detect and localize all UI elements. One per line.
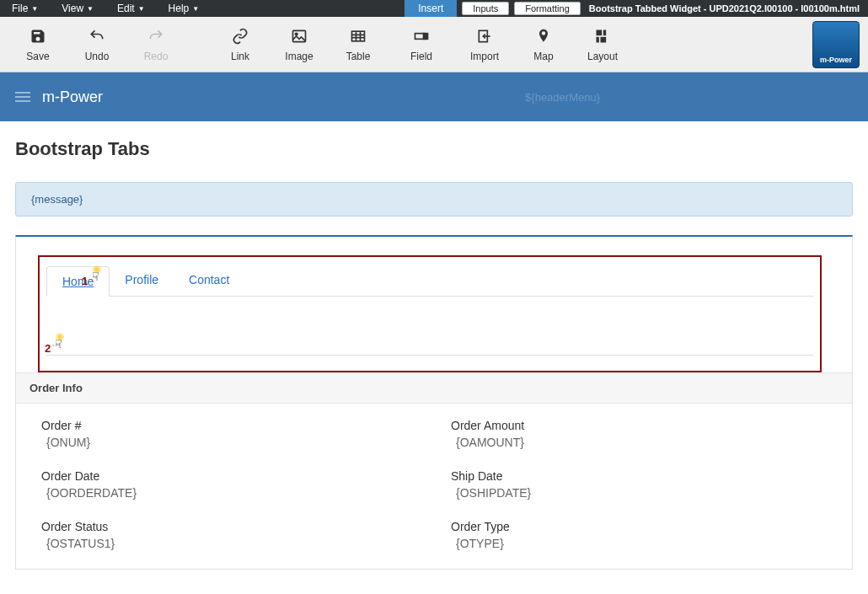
section-heading-order-info: Order Info	[16, 372, 852, 404]
tab-content-area[interactable]: ☟ 1 ... ☟ 2	[46, 297, 813, 356]
field-button[interactable]: Field	[388, 27, 455, 62]
page-title: Bootstrap Tabs	[15, 138, 853, 160]
map-button[interactable]: Map	[514, 27, 573, 62]
main-panel: Home Profile Contact ☟ 1 ... ☟ 2 Order I…	[15, 235, 853, 570]
svg-rect-11	[603, 29, 606, 35]
field-order-date: Order Date {OORDERDATE}	[41, 469, 417, 500]
mode-tab-insert[interactable]: Insert	[405, 0, 457, 17]
svg-point-1	[295, 33, 297, 35]
tab-profile[interactable]: Profile	[110, 265, 174, 296]
redo-button[interactable]: Redo	[126, 27, 185, 62]
tab-home[interactable]: Home	[46, 266, 110, 297]
svg-rect-10	[597, 29, 603, 35]
import-icon	[455, 27, 514, 51]
link-icon	[211, 27, 270, 51]
message-box: {message}	[15, 182, 853, 217]
page-content: Bootstrap Tabs {message} Home Profile Co…	[0, 121, 868, 570]
table-button[interactable]: Table	[329, 27, 388, 62]
table-icon	[329, 27, 388, 51]
chevron-down-icon: ▼	[138, 5, 145, 13]
top-menubar: File▼ View▼ Edit▼ Help▼ Insert Inputs Fo…	[0, 0, 868, 17]
svg-rect-12	[597, 36, 599, 42]
undo-button[interactable]: Undo	[67, 27, 126, 62]
tab-contact[interactable]: Contact	[174, 265, 244, 296]
file-title: Bootstrap Tabbed Widget - UPD2021Q2.I001…	[581, 3, 868, 13]
layout-icon	[573, 27, 632, 51]
menu-help[interactable]: Help▼	[157, 3, 212, 14]
chevron-down-icon: ▼	[87, 5, 94, 13]
menu-view[interactable]: View▼	[50, 3, 105, 14]
link-button[interactable]: Link	[211, 27, 270, 62]
svg-rect-8	[424, 33, 428, 39]
app-brand: m-Power	[42, 88, 103, 106]
app-header: m-Power ${headerMenu}	[0, 72, 868, 121]
menu-file[interactable]: File▼	[0, 3, 50, 14]
header-menu-placeholder: ${headerMenu}	[525, 91, 600, 104]
undo-icon	[67, 27, 126, 51]
order-info-grid: Order # {ONUM} Order Amount {OAMOUNT} Or…	[38, 419, 830, 550]
chevron-down-icon: ▼	[192, 5, 199, 13]
chevron-down-icon: ▼	[31, 5, 38, 13]
mode-button-inputs[interactable]: Inputs	[462, 2, 509, 15]
svg-rect-2	[352, 31, 365, 41]
mode-button-formatting[interactable]: Formatting	[514, 2, 581, 15]
save-button[interactable]: Save	[8, 27, 67, 62]
field-order-number: Order # {ONUM}	[41, 419, 417, 449]
toolbar: Save Undo Redo Link Image Table Field Im…	[0, 17, 868, 72]
field-ship-date: Ship Date {OSHIPDATE}	[451, 469, 827, 500]
image-button[interactable]: Image	[270, 27, 329, 62]
save-icon	[8, 27, 67, 51]
mpower-logo: m-Power	[812, 21, 860, 68]
redo-icon	[126, 27, 185, 51]
hamburger-icon[interactable]	[15, 92, 30, 102]
svg-rect-13	[601, 36, 607, 42]
tab-row: Home Profile Contact	[46, 265, 813, 297]
import-button[interactable]: Import	[455, 27, 514, 62]
menu-edit[interactable]: Edit▼	[105, 3, 157, 14]
map-icon	[514, 27, 573, 51]
image-icon	[270, 27, 329, 51]
field-order-type: Order Type {OTYPE}	[451, 520, 827, 550]
layout-button[interactable]: Layout	[573, 27, 632, 62]
insertion-dots: ...	[48, 335, 58, 349]
annotation-box: Home Profile Contact ☟ 1 ... ☟ 2	[38, 255, 822, 372]
field-order-status: Order Status {OSTATUS1}	[41, 520, 417, 550]
field-order-amount: Order Amount {OAMOUNT}	[451, 419, 827, 449]
field-icon	[388, 27, 455, 51]
